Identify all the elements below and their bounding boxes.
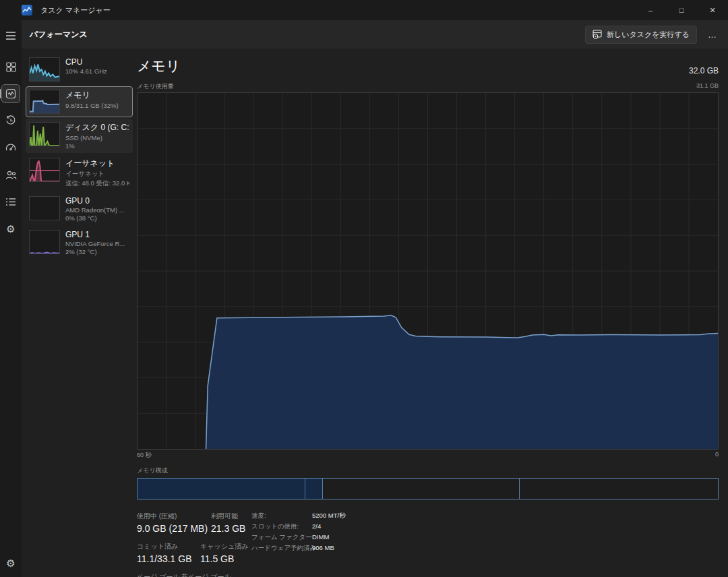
stat-label: 利用可能 [211,512,245,521]
memory-mini-graph [29,90,60,114]
sidebar-item-details[interactable] [2,193,20,210]
usage-axis-max: 31.1 GB [696,82,719,91]
memory-panel: メモリ 32.0 GB メモリ使用量 31.1 GB 60 秒 0 メモリ構成 … [137,49,719,577]
titlebar: タスク マネージャー – □ ✕ [0,0,728,20]
stat-label: キャッシュ済み [200,542,248,551]
memory-stats: 使用中 (圧縮) 9.0 GB (217 MB) 利用可能 21.3 GB コミ… [137,512,719,577]
stat-value: 11.1/33.1 GB [137,553,200,564]
device-detail: イーサネット [65,170,129,179]
device-item-gpu0[interactable]: GPU 0 AMD Radeon(TM) ... 0% (38 °C) [26,193,133,225]
device-detail: AMD Radeon(TM) ... [65,206,125,214]
window-controls: – □ ✕ [635,0,728,20]
composition-segment [323,479,520,499]
device-detail: 1% [65,142,129,150]
memory-composition-bar [137,478,719,499]
command-bar: パフォーマンス 新しいタスクを実行する … [22,20,728,49]
run-new-task-icon [593,30,602,39]
sidebar-item-app-history[interactable] [2,112,20,129]
minimize-button[interactable]: – [635,0,666,20]
stat-value: 11.5 GB [200,553,248,564]
device-detail: 9.8/31.1 GB (32%) [65,102,119,109]
composition-segment [520,479,718,499]
sidebar-item-users[interactable] [2,166,20,183]
sidebar-item-performance[interactable] [2,85,20,102]
hamburger-menu-icon[interactable] [2,27,20,44]
stat-label: 非ページ プール [181,572,231,577]
sidebar-item-processes[interactable] [2,58,20,75]
detail-label: ハードウェア予約済み: [251,544,309,553]
device-item-memory[interactable]: メモリ 9.8/31.1 GB (32%) [26,86,133,117]
usage-axis-label: メモリ使用量 [137,82,174,91]
device-detail: NVIDIA GeForce R... [65,240,125,247]
stat-label: 使用中 (圧縮) [137,512,211,521]
detail-label: フォーム ファクター: [251,533,309,542]
ethernet-mini-graph [29,158,60,182]
stat-label: コミット済み [137,542,200,551]
more-options-button[interactable]: … [702,30,723,40]
disk-mini-graph [29,122,60,146]
detail-label: スロットの使用: [251,522,309,531]
memory-total: 32.0 GB [689,66,719,75]
composition-label: メモリ構成 [137,466,719,475]
task-manager-window: タスク マネージャー – □ ✕ ⚙ [0,0,728,577]
detail-value: 5200 MT/秒 [312,512,346,520]
device-detail: 2% (32 °C) [65,248,125,255]
device-name: メモリ [65,90,119,101]
device-detail: 10% 4.61 GHz [65,67,107,75]
maximize-button[interactable]: □ [666,0,697,20]
device-name: GPU 0 [65,196,125,206]
run-new-task-button[interactable]: 新しいタスクを実行する [585,26,697,44]
stat-label: ページ プール [137,572,181,577]
settings-icon[interactable]: ⚙ [2,554,20,572]
run-new-task-label: 新しいタスクを実行する [607,30,690,40]
memory-usage-graph [137,92,719,450]
stat-value: 21.3 GB [211,523,245,534]
device-name: CPU [65,57,107,67]
device-detail: SSD (NVMe) [65,134,129,142]
close-button[interactable]: ✕ [697,0,728,20]
panel-title: メモリ [137,57,180,75]
device-item-ethernet[interactable]: イーサネット イーサネット 送信: 48.0 受信: 32.0 Kb [26,154,133,191]
device-name: ディスク 0 (G: C:) [65,122,129,133]
device-item-gpu1[interactable]: GPU 1 NVIDIA GeForce R... 2% (32 °C) [26,226,133,259]
memory-hardware-details: 速度: 5200 MT/秒 スロットの使用: 2/4 フォーム ファクター: D… [251,512,346,553]
time-axis-left: 60 秒 [137,451,152,460]
task-manager-app-icon [22,5,32,16]
gpu0-mini-graph [29,196,60,220]
device-detail: 送信: 48.0 受信: 32.0 Kb [65,179,129,188]
device-item-cpu[interactable]: CPU 10% 4.61 GHz [26,54,133,85]
cpu-mini-graph [29,57,60,82]
device-item-disk0[interactable]: ディスク 0 (G: C:) SSD (NVMe) 1% [26,119,133,153]
composition-segment [305,479,323,499]
gpu1-mini-graph [29,230,60,254]
device-name: GPU 1 [65,230,125,239]
composition-segment [138,479,305,499]
device-detail: 0% (38 °C) [65,214,125,222]
stat-value: 9.0 GB (217 MB) [137,523,211,534]
detail-label: 速度: [251,512,309,520]
page-title: パフォーマンス [30,29,88,40]
window-title: タスク マネージャー [40,5,111,16]
device-list: CPU 10% 4.61 GHz メモリ 9.8/31.1 GB (32%) デ… [22,49,137,577]
time-axis-right: 0 [715,451,719,460]
detail-value: 906 MB [312,544,346,553]
detail-value: DIMM [312,533,346,542]
nav-rail: ⚙ ⚙ [0,20,22,577]
device-name: イーサネット [65,158,129,169]
sidebar-item-startup-apps[interactable] [2,139,20,156]
detail-value: 2/4 [312,522,346,531]
sidebar-item-services[interactable]: ⚙ [2,220,20,237]
